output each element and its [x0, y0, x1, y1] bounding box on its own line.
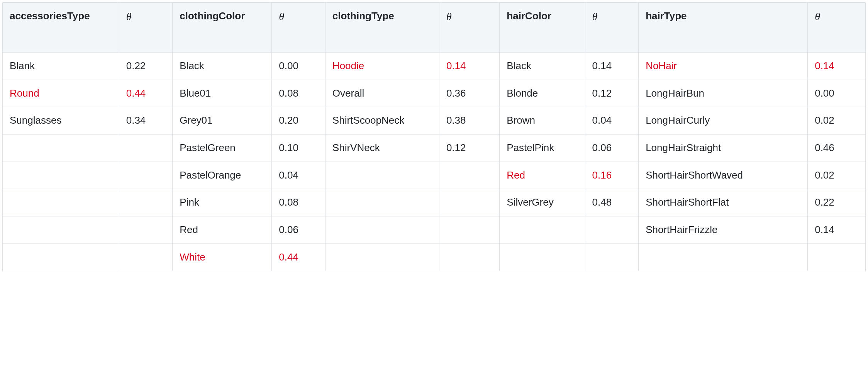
table-cell: 0.02 — [808, 162, 866, 189]
table-cell: 0.02 — [808, 107, 866, 135]
table-cell: LongHairBun — [639, 80, 808, 107]
table-cell: 0.06 — [272, 216, 326, 244]
col-header-clothingColor: clothingColor — [173, 3, 272, 53]
table-cell: 0.04 — [585, 107, 639, 135]
table-cell: 0.44 — [119, 80, 173, 107]
table-cell: LongHairStraight — [639, 135, 808, 162]
table-cell: 0.48 — [585, 189, 639, 216]
table-cell: 0.46 — [808, 135, 866, 162]
table-cell — [325, 162, 439, 189]
table-cell: Red — [173, 216, 272, 244]
table-cell: Red — [500, 162, 585, 189]
table-cell: 0.12 — [439, 135, 499, 162]
table-cell — [439, 189, 499, 216]
table-header-row: accessoriesType θ clothingColor θ clothi… — [3, 3, 866, 53]
table-row: Sunglasses0.34Grey010.20ShirtScoopNeck0.… — [3, 107, 866, 135]
table-cell: White — [173, 243, 272, 271]
table-cell: 0.14 — [585, 53, 639, 80]
table-cell: 0.04 — [272, 162, 326, 189]
table-cell — [3, 162, 119, 189]
col-header-accessoriesType: accessoriesType — [3, 3, 119, 53]
table-row: PastelGreen0.10ShirVNeck0.12PastelPink0.… — [3, 135, 866, 162]
table-cell — [119, 189, 173, 216]
table-cell — [325, 189, 439, 216]
table-cell — [439, 162, 499, 189]
table-cell — [639, 243, 808, 271]
table-cell: 0.06 — [585, 135, 639, 162]
table-cell — [119, 216, 173, 244]
table-cell — [119, 135, 173, 162]
table-cell: Blue01 — [173, 80, 272, 107]
col-header-clothingType: clothingType — [325, 3, 439, 53]
table-cell: 0.08 — [272, 80, 326, 107]
table-cell: ShirVNeck — [325, 135, 439, 162]
table-cell — [439, 243, 499, 271]
table-row: Pink0.08SilverGrey0.48ShortHairShortFlat… — [3, 189, 866, 216]
table-cell — [808, 243, 866, 271]
table-cell — [325, 216, 439, 244]
table-cell: Overall — [325, 80, 439, 107]
table-cell: 0.00 — [808, 80, 866, 107]
table-cell: ShortHairFrizzle — [639, 216, 808, 244]
table-cell: PastelPink — [500, 135, 585, 162]
table-cell: 0.10 — [272, 135, 326, 162]
table-cell: Blank — [3, 53, 119, 80]
table-body: Blank0.22Black0.00Hoodie0.14Black0.14NoH… — [3, 53, 866, 271]
table-cell: Sunglasses — [3, 107, 119, 135]
table-cell: PastelOrange — [173, 162, 272, 189]
col-header-theta-0: θ — [119, 3, 173, 53]
table-row: PastelOrange0.04Red0.16ShortHairShortWav… — [3, 162, 866, 189]
table-cell: 0.22 — [119, 53, 173, 80]
table-cell: 0.00 — [272, 53, 326, 80]
table-cell: NoHair — [639, 53, 808, 80]
col-header-theta-1: θ — [272, 3, 326, 53]
table-cell: 0.20 — [272, 107, 326, 135]
table-row: Blank0.22Black0.00Hoodie0.14Black0.14NoH… — [3, 53, 866, 80]
table-row: Red0.06ShortHairFrizzle0.14 — [3, 216, 866, 244]
table-cell: 0.38 — [439, 107, 499, 135]
table-cell: 0.14 — [439, 53, 499, 80]
col-header-hairType: hairType — [639, 3, 808, 53]
table-cell: LongHairCurly — [639, 107, 808, 135]
col-header-hairColor: hairColor — [500, 3, 585, 53]
table-cell: 0.44 — [272, 243, 326, 271]
table-cell: 0.12 — [585, 80, 639, 107]
table-cell: 0.14 — [808, 53, 866, 80]
table-cell: 0.36 — [439, 80, 499, 107]
table-cell — [325, 243, 439, 271]
col-header-theta-3: θ — [585, 3, 639, 53]
params-table: accessoriesType θ clothingColor θ clothi… — [2, 2, 866, 271]
table-cell — [3, 216, 119, 244]
table-cell: Brown — [500, 107, 585, 135]
table-cell: Hoodie — [325, 53, 439, 80]
table-row: Round0.44Blue010.08Overall0.36Blonde0.12… — [3, 80, 866, 107]
table-cell: Black — [500, 53, 585, 80]
table-row: White0.44 — [3, 243, 866, 271]
table-cell: ShortHairShortFlat — [639, 189, 808, 216]
table-cell — [3, 243, 119, 271]
col-header-theta-2: θ — [439, 3, 499, 53]
table-cell: 0.08 — [272, 189, 326, 216]
table-cell — [585, 216, 639, 244]
table-cell — [500, 216, 585, 244]
col-header-theta-4: θ — [808, 3, 866, 53]
table-cell — [585, 243, 639, 271]
table-cell: Black — [173, 53, 272, 80]
table-cell — [439, 216, 499, 244]
table-cell: Pink — [173, 189, 272, 216]
table-cell: Round — [3, 80, 119, 107]
table-cell: 0.34 — [119, 107, 173, 135]
table-cell: Blonde — [500, 80, 585, 107]
table-cell: 0.22 — [808, 189, 866, 216]
table-cell: PastelGreen — [173, 135, 272, 162]
table-cell: 0.14 — [808, 216, 866, 244]
table-cell — [3, 189, 119, 216]
table-cell: SilverGrey — [500, 189, 585, 216]
table-cell: Grey01 — [173, 107, 272, 135]
table-cell — [119, 162, 173, 189]
table-cell: ShirtScoopNeck — [325, 107, 439, 135]
table-cell: ShortHairShortWaved — [639, 162, 808, 189]
table-cell — [3, 135, 119, 162]
table-cell: 0.16 — [585, 162, 639, 189]
table-cell — [119, 243, 173, 271]
